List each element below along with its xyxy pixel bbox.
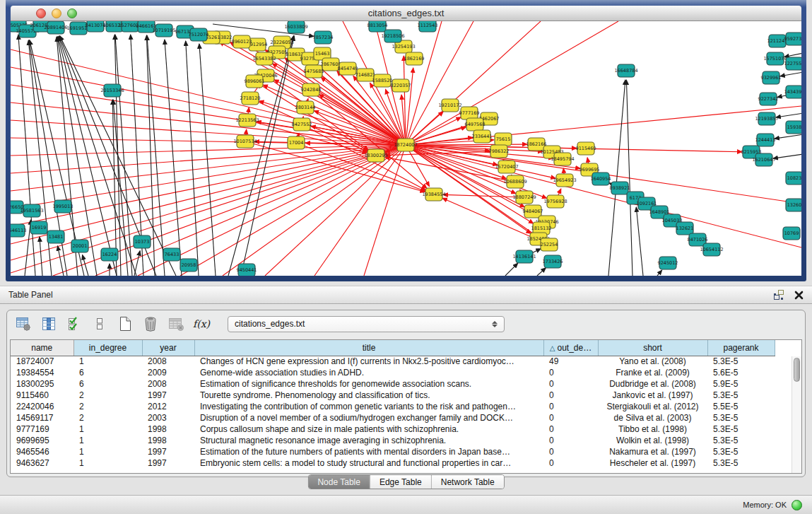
minimize-window-icon[interactable]: [52, 8, 61, 18]
network-node[interactable]: 2803144: [295, 101, 316, 114]
network-node[interactable]: 18300295: [364, 149, 387, 162]
network-node[interactable]: 1995013: [53, 200, 73, 213]
table-cell-in_degree[interactable]: 1: [73, 457, 142, 469]
network-node[interactable]: 6497568: [465, 118, 486, 131]
network-node[interactable]: 19384554: [422, 188, 445, 201]
table-cell-in_degree[interactable]: 2: [73, 412, 142, 424]
table-cell-name[interactable]: 18300295: [11, 378, 73, 390]
table-cell-out_degree[interactable]: 0: [543, 412, 598, 424]
table-cell-name[interactable]: 9465546: [11, 446, 73, 457]
table-cell-out_degree[interactable]: 0: [543, 390, 598, 401]
table-cell-year[interactable]: 1997: [142, 446, 194, 457]
network-node[interactable]: 19756928: [543, 195, 567, 208]
table-cell-name[interactable]: 14569117: [11, 412, 73, 424]
network-node[interactable]: 75615: [495, 133, 512, 146]
table-cell-in_degree[interactable]: 1: [73, 446, 142, 457]
network-node[interactable]: 1227553: [784, 57, 801, 70]
scrollbar-thumb[interactable]: [794, 358, 800, 382]
table-cell-out_degree[interactable]: 0: [543, 367, 598, 378]
network-node[interactable]: 9245012: [658, 257, 678, 269]
table-cell-in_degree[interactable]: 2: [73, 390, 142, 401]
network-node[interactable]: 9777169: [459, 107, 480, 119]
table-cell-in_degree[interactable]: 1: [73, 435, 142, 446]
table-cell-title[interactable]: Changes of HCN gene expression and I(f) …: [194, 356, 543, 367]
network-node[interactable]: 8427552: [292, 118, 312, 131]
table-cell-year[interactable]: 1998: [142, 424, 194, 435]
table-cell-out_degree[interactable]: 0: [543, 401, 598, 412]
table-cell-out_degree[interactable]: 49: [543, 356, 598, 367]
network-node[interactable]: 1112543: [418, 21, 438, 32]
column-header-pagerank[interactable]: pagerank: [707, 340, 775, 356]
table-cell-pagerank[interactable]: 5.3E-5: [707, 446, 775, 457]
network-node[interactable]: 20001: [71, 240, 88, 252]
network-node[interactable]: 9592736: [784, 33, 801, 45]
function-builder-icon[interactable]: f(x): [192, 315, 211, 333]
network-node[interactable]: 9227342: [758, 93, 779, 105]
memory-indicator-icon[interactable]: [792, 500, 802, 510]
network-node[interactable]: 15720407: [495, 160, 518, 173]
table-cell-in_degree[interactable]: 6: [73, 367, 142, 378]
network-node[interactable]: 18724007: [394, 139, 417, 151]
table-row[interactable]: 946362711997Embryonic stem cells: a mode…: [11, 457, 775, 469]
table-cell-title[interactable]: Tourette syndrome. Phenomenology and cla…: [194, 390, 543, 401]
column-header-year[interactable]: year: [142, 340, 194, 356]
table-cell-name[interactable]: 18724007: [11, 356, 73, 367]
close-panel-icon[interactable]: [794, 291, 804, 300]
network-node[interactable]: 1862169: [404, 52, 425, 65]
table-row[interactable]: 969969511998Structural magnetic resonanc…: [11, 435, 775, 446]
table-cell-name[interactable]: 9699695: [11, 435, 73, 446]
table-row[interactable]: 977716911998Corpus callosum shape and si…: [11, 424, 775, 435]
table-cell-short[interactable]: Dudbridge et al. (2008): [598, 378, 707, 390]
network-node[interactable]: 2336441: [472, 130, 493, 143]
table-cell-title[interactable]: Disruption of a novel member of a sodium…: [194, 412, 543, 424]
network-node[interactable]: 5475685: [304, 65, 324, 78]
network-node[interactable]: 252254: [541, 238, 558, 251]
table-cell-out_degree[interactable]: 0: [543, 435, 598, 446]
network-node[interactable]: 9115460: [576, 142, 596, 155]
network-node[interactable]: 18807249: [512, 191, 536, 204]
network-node[interactable]: 10823: [786, 172, 801, 185]
tab-network-table[interactable]: Network Table: [431, 475, 504, 489]
table-cell-in_degree[interactable]: 2: [73, 401, 142, 412]
network-node[interactable]: 16543382: [252, 52, 276, 65]
network-node[interactable]: 20958: [180, 259, 197, 271]
network-view[interactable]: 1872400723226058932750589129548960123746…: [11, 21, 801, 276]
table-cell-short[interactable]: Yano et al. (2008): [598, 356, 707, 367]
tab-node-table[interactable]: Node Table: [308, 475, 370, 489]
table-cell-name[interactable]: 9115460: [11, 390, 73, 401]
table-cell-year[interactable]: 2003: [142, 412, 194, 424]
network-node[interactable]: 1588520: [372, 74, 393, 87]
network-node[interactable]: 10373: [134, 235, 151, 248]
table-cell-year[interactable]: 2012: [142, 401, 194, 412]
network-node[interactable]: 19581563: [20, 204, 43, 217]
table-cell-title[interactable]: Corpus callosum shape and size in male p…: [194, 424, 543, 435]
column-chooser-icon[interactable]: [40, 315, 58, 333]
table-cell-title[interactable]: Structural magnetic resonance image aver…: [194, 435, 543, 446]
network-node[interactable]: 1244413: [755, 134, 776, 146]
table-cell-name[interactable]: 19384554: [11, 367, 73, 378]
column-header-short[interactable]: short: [598, 340, 707, 356]
table-cell-year[interactable]: 2009: [142, 367, 194, 378]
table-cell-year[interactable]: 1997: [142, 457, 194, 469]
network-node[interactable]: 17004: [288, 136, 305, 149]
table-cell-short[interactable]: de Silva et al. (2003): [598, 412, 707, 424]
table-row[interactable]: 1456911722003Disruption of a novel membe…: [11, 412, 775, 424]
network-node[interactable]: 10719195: [152, 24, 175, 37]
network-node[interactable]: 9450441: [237, 264, 257, 276]
table-cell-out_degree[interactable]: 0: [543, 457, 598, 469]
table-cell-pagerank[interactable]: 5.3E-5: [707, 412, 775, 424]
table-row[interactable]: 2242004622012Investigating the contribut…: [11, 401, 775, 412]
network-node[interactable]: 20891406: [44, 21, 67, 34]
table-vertical-scrollbar[interactable]: [792, 356, 801, 473]
column-header-in_degree[interactable]: in_degree: [73, 340, 142, 356]
network-node[interactable]: 9546113: [11, 224, 26, 237]
table-cell-year[interactable]: 2008: [142, 378, 194, 390]
table-cell-short[interactable]: Franke et al. (2009): [598, 367, 707, 378]
close-window-icon[interactable]: [36, 8, 46, 18]
network-node[interactable]: 13260: [786, 199, 801, 211]
table-cell-out_degree[interactable]: 0: [543, 424, 598, 435]
network-node[interactable]: 1733426: [543, 255, 563, 268]
table-cell-pagerank[interactable]: 5.6E-5: [707, 367, 775, 378]
table-row[interactable]: 911546021997Tourette syndrome. Phenomeno…: [11, 390, 775, 401]
table-cell-short[interactable]: Wolkin et al. (1998): [598, 435, 707, 446]
